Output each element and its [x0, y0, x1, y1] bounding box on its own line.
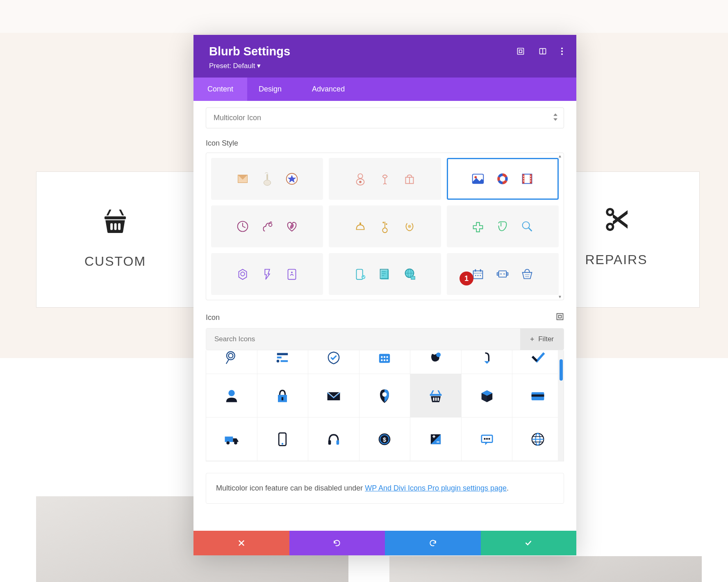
svg-point-119 [486, 438, 487, 439]
search-icons-input[interactable] [206, 329, 520, 350]
icon-cell[interactable] [206, 350, 257, 374]
svg-point-41 [268, 223, 272, 226]
icon-cell-box[interactable] [462, 374, 513, 418]
more-icon[interactable] [561, 47, 563, 57]
image-type-select[interactable]: Multicolor Icon [206, 107, 564, 128]
svg-text:$: $ [383, 436, 387, 443]
modal-header: Blurb Settings Preset: Default ▾ [193, 35, 576, 78]
icon-cell-headphones[interactable] [308, 418, 359, 461]
icon-style-tile[interactable] [329, 158, 441, 200]
svg-point-28 [500, 176, 505, 181]
svg-rect-32 [523, 176, 524, 177]
svg-point-21 [358, 174, 362, 178]
svg-point-82 [228, 354, 233, 358]
svg-point-91 [381, 359, 383, 361]
scroll-down-icon[interactable]: ▼ [558, 294, 562, 299]
svg-rect-1 [110, 223, 113, 230]
icon-cell-card[interactable] [512, 374, 564, 418]
undo-icon [333, 539, 341, 547]
svg-rect-106 [225, 436, 233, 442]
undo-button[interactable] [289, 531, 385, 555]
icon-cell-user[interactable] [206, 374, 257, 418]
blurb-card-custom[interactable]: CUSTOM [36, 171, 194, 308]
expand-icon-picker-icon[interactable] [556, 313, 564, 322]
redo-button[interactable] [385, 531, 481, 555]
tab-design[interactable]: Design [247, 78, 298, 101]
svg-point-95 [228, 390, 234, 396]
svg-rect-43 [359, 223, 361, 225]
icon-style-tile[interactable] [329, 205, 441, 247]
svg-point-75 [500, 274, 502, 275]
modal-title: Blurb Settings [209, 45, 561, 58]
icon-cell[interactable] [359, 350, 411, 374]
icon-cell[interactable] [308, 350, 359, 374]
confirm-button[interactable] [481, 531, 577, 555]
icon-cell[interactable] [462, 350, 513, 374]
iconstyle-scrollbar[interactable]: ▲ ▼ [557, 154, 563, 299]
tab-content[interactable]: Content [193, 78, 247, 101]
scrollbar-thumb[interactable] [560, 359, 563, 381]
tab-advanced[interactable]: Advanced [298, 78, 359, 101]
icon-cell[interactable] [512, 350, 564, 374]
icon-cell-mail[interactable] [308, 374, 359, 418]
svg-rect-34 [523, 180, 524, 182]
split-view-icon[interactable] [539, 47, 547, 57]
responsive-preview-icon[interactable] [516, 47, 525, 57]
svg-point-7 [608, 225, 612, 229]
icon-style-tile-selected[interactable] [447, 158, 559, 200]
svg-rect-80 [559, 315, 562, 318]
modal-action-bar [193, 531, 576, 555]
scroll-up-icon[interactable]: ▲ [558, 154, 562, 158]
blurb-settings-modal: Blurb Settings Preset: Default ▾ Content… [193, 35, 576, 555]
icon-style-tile[interactable] [447, 205, 559, 247]
icon-picker-grid: 2 $ [206, 350, 564, 461]
cancel-button[interactable] [193, 531, 289, 555]
page-bg-top [0, 0, 728, 33]
icon-cell-pin[interactable] [359, 374, 411, 418]
redo-icon [429, 539, 437, 547]
icon-cell-phone[interactable] [257, 418, 309, 461]
preset-selector[interactable]: Preset: Default ▾ [209, 62, 561, 70]
icon-cell-exposure[interactable] [410, 418, 462, 461]
svg-point-120 [488, 438, 490, 439]
icon-grid-scrollbar[interactable] [558, 350, 564, 461]
icon-cell-basket-selected[interactable] [410, 374, 462, 418]
svg-rect-105 [532, 394, 544, 397]
svg-rect-33 [523, 178, 524, 179]
content-panel: Multicolor Icon Icon Style 1 [193, 107, 576, 512]
icon-cell-globe[interactable] [512, 418, 564, 461]
icon-cell[interactable] [410, 350, 462, 374]
icon-style-tile[interactable] [211, 158, 323, 200]
svg-rect-18 [266, 174, 268, 180]
icon-style-tile[interactable] [211, 205, 323, 247]
icon-cell-coin[interactable]: $ [359, 418, 411, 461]
svg-line-50 [529, 228, 532, 231]
svg-rect-79 [557, 314, 563, 320]
icon-style-tile[interactable] [211, 253, 323, 295]
svg-point-76 [504, 274, 505, 275]
background-photo-right [389, 556, 702, 582]
icon-style-tile[interactable] [329, 253, 441, 295]
settings-page-link[interactable]: WP And Divi Icons Pro plugin settings pa… [365, 484, 507, 492]
icon-cell[interactable] [257, 350, 309, 374]
card-label: CUSTOM [36, 254, 194, 269]
icon-cell-chat[interactable] [462, 418, 513, 461]
svg-point-81 [227, 351, 235, 360]
svg-point-12 [561, 48, 563, 49]
svg-point-92 [384, 359, 385, 361]
svg-rect-73 [497, 273, 499, 275]
svg-point-71 [480, 275, 481, 276]
svg-rect-87 [379, 354, 390, 363]
svg-point-107 [226, 441, 230, 444]
svg-rect-83 [277, 353, 288, 356]
svg-point-93 [387, 359, 388, 361]
svg-point-99 [382, 392, 387, 397]
filter-button[interactable]: + Filter [520, 329, 564, 350]
icon-cell-lock[interactable] [257, 374, 309, 418]
svg-point-14 [561, 53, 563, 55]
icon-style-label: Icon Style [206, 139, 564, 148]
settings-tabs: Content Design Advanced [193, 78, 576, 101]
svg-rect-36 [530, 178, 531, 179]
icon-cell-truck[interactable] [206, 418, 257, 461]
note-prefix: Multicolor icon feature can be disabled … [216, 484, 365, 492]
